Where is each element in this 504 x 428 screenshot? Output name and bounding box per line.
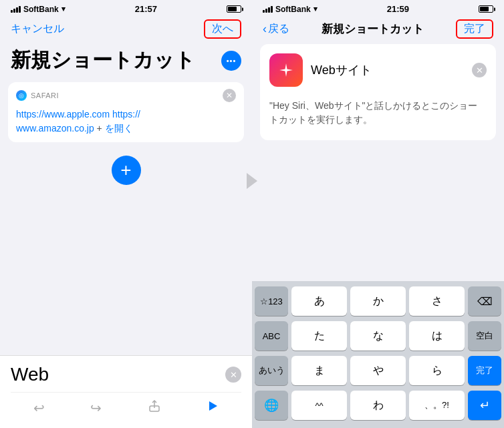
key-a-label: あ	[314, 294, 325, 308]
wifi-icon-1: ▾	[61, 5, 66, 13]
backspace-icon: ⌫	[477, 295, 493, 308]
key-ka[interactable]: か	[350, 286, 406, 316]
s-bar2	[265, 9, 267, 13]
spacer1	[0, 198, 252, 355]
screen1: SoftBank ▾ 21:57 キャンセル 次へ 新規ショートカット ••• …	[0, 0, 252, 428]
share-icon	[148, 399, 161, 413]
safari-compass-icon: ◎	[16, 90, 27, 101]
key-globe[interactable]: 🌐	[255, 391, 288, 420]
keyboard: ☆123 あ か さ ⌫ ABC た な	[252, 281, 504, 428]
bar2	[13, 9, 15, 13]
add-action-button[interactable]: +	[112, 156, 141, 185]
safari-text: SAFARI	[31, 91, 59, 99]
key-backspace[interactable]: ⌫	[468, 286, 501, 316]
screen2-content: Webサイト ✕ "Hey Siri、Webサイト"と話しかけるとこのショートカ…	[260, 44, 496, 140]
key-ta-label: た	[314, 329, 325, 343]
add-icon: +	[120, 161, 131, 180]
key-wa[interactable]: わ	[350, 391, 406, 420]
more-button[interactable]: •••	[221, 51, 241, 71]
redo-button[interactable]: ↪	[90, 400, 102, 416]
done-button[interactable]: 完了	[456, 19, 493, 39]
key-sa-label: さ	[432, 294, 443, 308]
screen1-toolbar: ↩ ↪	[11, 392, 241, 420]
search-clear-button[interactable]: ✕	[225, 367, 241, 383]
battery-icon-1	[227, 5, 241, 13]
key-ha-label: は	[432, 329, 443, 343]
status-left-2: SoftBank ▾	[263, 5, 318, 14]
wifi-icon-2: ▾	[313, 5, 318, 13]
s-bar1	[263, 10, 265, 13]
cancel-button[interactable]: キャンセル	[11, 22, 64, 36]
status-left-1: SoftBank ▾	[11, 5, 66, 14]
key-done[interactable]: 完了	[468, 356, 501, 385]
key-done-label: 完了	[476, 365, 493, 377]
key-num[interactable]: ☆123	[255, 286, 288, 316]
time-2: 21:59	[387, 4, 409, 14]
keyboard-row-2: ABC た な は 空白	[255, 321, 501, 351]
key-space[interactable]: 空白	[468, 321, 501, 351]
undo-button[interactable]: ↩	[33, 400, 45, 416]
key-ma[interactable]: ま	[291, 356, 347, 385]
key-punct[interactable]: 、。?!	[409, 391, 465, 420]
screen2: SoftBank ▾ 21:59 ‹ 戻る 新規ショートカット 完了 Webサイ…	[252, 0, 504, 428]
shortcut-app-icon	[269, 53, 303, 87]
key-ta[interactable]: た	[291, 321, 347, 351]
key-wa-label: わ	[373, 399, 384, 413]
safari-label: ◎ SAFARI	[16, 90, 59, 101]
key-na[interactable]: な	[350, 321, 406, 351]
search-row: Web ✕	[11, 364, 241, 385]
back-button[interactable]: ‹ 戻る	[263, 22, 289, 36]
url1[interactable]: https://www.apple.com	[16, 109, 110, 120]
screen1-nav: キャンセル 次へ	[0, 17, 252, 44]
play-button[interactable]	[207, 400, 219, 415]
key-caret[interactable]: ^^	[291, 391, 347, 420]
time-1: 21:57	[135, 4, 157, 14]
back-chevron-icon: ‹	[263, 22, 267, 36]
shortcut-close-button[interactable]: ✕	[472, 63, 487, 77]
url2[interactable]: https://	[112, 109, 140, 120]
action-card-header: ◎ SAFARI ✕	[16, 89, 236, 102]
key-abc-label: ABC	[263, 331, 281, 341]
screen2-title: 新規ショートカット	[322, 21, 424, 37]
battery-fill-2	[480, 7, 489, 11]
back-label: 戻る	[268, 22, 289, 36]
status-bar-2: SoftBank ▾ 21:59	[252, 0, 504, 17]
key-space-label: 空白	[476, 330, 493, 342]
signal-bars-1	[11, 6, 21, 13]
key-sa[interactable]: さ	[409, 286, 465, 316]
plus-text: +	[97, 123, 105, 134]
next-button[interactable]: 次へ	[204, 19, 241, 39]
battery-icon-2	[479, 5, 493, 13]
status-right-2	[479, 5, 493, 13]
add-btn-row: +	[0, 142, 252, 198]
globe-icon: 🌐	[264, 398, 279, 413]
action-close-button[interactable]: ✕	[223, 89, 236, 102]
arrow-icon	[247, 173, 257, 189]
key-hiragana[interactable]: あいう	[255, 356, 288, 385]
bar4	[19, 6, 21, 13]
share-button[interactable]	[148, 399, 161, 416]
s-bar3	[268, 7, 270, 13]
sparkle-icon	[277, 61, 295, 79]
key-ra[interactable]: ら	[409, 356, 465, 385]
search-text[interactable]: Web	[11, 364, 49, 385]
action-card-body: https://www.apple.com https:// www.amazo…	[16, 108, 236, 136]
shortcut-header: Webサイト ✕	[269, 53, 487, 87]
keyboard-row-1: ☆123 あ か さ ⌫	[255, 286, 501, 316]
keyboard-row-4: 🌐 ^^ わ 、。?! ↵	[255, 391, 501, 420]
carrier-1: SoftBank	[23, 5, 59, 14]
key-return[interactable]: ↵	[468, 391, 501, 420]
more-icon: •••	[227, 57, 237, 65]
key-a[interactable]: あ	[291, 286, 347, 316]
battery-fill-1	[228, 7, 237, 11]
title-row-1: 新規ショートカット •••	[0, 44, 252, 82]
key-abc[interactable]: ABC	[255, 321, 288, 351]
screen1-bottom: Web ✕ ↩ ↪	[0, 355, 252, 428]
url3[interactable]: www.amazon.co.jp	[16, 123, 94, 134]
key-punct-label: 、。?!	[424, 399, 449, 411]
bar3	[16, 7, 18, 13]
key-ya[interactable]: や	[350, 356, 406, 385]
key-na-label: な	[373, 329, 384, 343]
key-caret-label: ^^	[315, 401, 323, 411]
key-ha[interactable]: は	[409, 321, 465, 351]
